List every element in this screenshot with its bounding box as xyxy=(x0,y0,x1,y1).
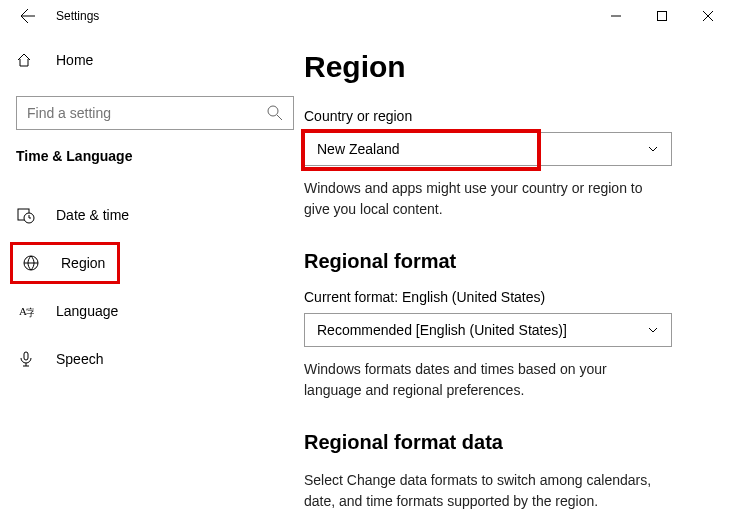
sidebar-item-label: Language xyxy=(56,303,118,319)
sidebar: Home Time & Language Date & time Region … xyxy=(0,32,300,511)
format-heading: Regional format xyxy=(304,250,715,273)
page-title: Region xyxy=(304,50,715,84)
close-button[interactable] xyxy=(685,0,731,32)
language-icon: A字 xyxy=(16,303,36,319)
data-desc: Select Change data formats to switch amo… xyxy=(304,470,664,511)
country-select[interactable]: New Zealand xyxy=(304,132,672,166)
chevron-down-icon xyxy=(647,324,659,336)
home-label: Home xyxy=(56,52,93,68)
globe-icon xyxy=(21,255,41,271)
country-value: New Zealand xyxy=(317,141,400,157)
home-button[interactable]: Home xyxy=(8,40,300,80)
content-panel: Region Country or region New Zealand Win… xyxy=(300,32,731,511)
sidebar-item-language[interactable]: A字 Language xyxy=(8,290,300,332)
format-current: Current format: English (United States) xyxy=(304,289,715,305)
minimize-button[interactable] xyxy=(593,0,639,32)
close-icon xyxy=(703,11,713,21)
search-input[interactable] xyxy=(27,105,267,121)
chevron-down-icon xyxy=(647,143,659,155)
clock-calendar-icon xyxy=(16,206,36,224)
sidebar-item-date-time[interactable]: Date & time xyxy=(8,194,300,236)
maximize-button[interactable] xyxy=(639,0,685,32)
format-value: Recommended [English (United States)] xyxy=(317,322,567,338)
back-button[interactable] xyxy=(16,4,40,28)
search-input-container[interactable] xyxy=(16,96,294,130)
arrow-left-icon xyxy=(20,8,36,24)
microphone-icon xyxy=(16,351,36,367)
svg-rect-0 xyxy=(658,12,667,21)
search-icon xyxy=(267,105,283,121)
svg-rect-7 xyxy=(24,352,28,360)
sidebar-item-label: Date & time xyxy=(56,207,129,223)
minimize-icon xyxy=(611,11,621,21)
sidebar-item-speech[interactable]: Speech xyxy=(8,338,300,380)
country-label: Country or region xyxy=(304,108,715,124)
country-desc: Windows and apps might use your country … xyxy=(304,178,664,220)
window-title: Settings xyxy=(56,9,99,23)
sidebar-heading: Time & Language xyxy=(8,148,300,164)
format-desc: Windows formats dates and times based on… xyxy=(304,359,664,401)
sidebar-item-label: Region xyxy=(61,255,105,271)
data-heading: Regional format data xyxy=(304,431,715,454)
sidebar-item-region[interactable]: Region xyxy=(10,242,120,284)
svg-text:字: 字 xyxy=(26,307,34,318)
maximize-icon xyxy=(657,11,667,21)
format-select[interactable]: Recommended [English (United States)] xyxy=(304,313,672,347)
sidebar-item-label: Speech xyxy=(56,351,103,367)
svg-point-1 xyxy=(268,106,278,116)
home-icon xyxy=(16,52,36,68)
